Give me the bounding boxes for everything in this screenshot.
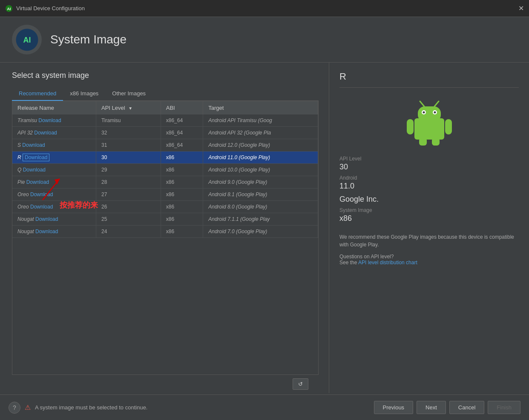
page-title: System Image — [50, 33, 126, 46]
tab-otherimages[interactable]: Other Images — [105, 87, 152, 101]
cell-abi: x86 — [161, 226, 203, 238]
cell-release-name: R Download — [12, 151, 96, 164]
table-header-row: Release Name API Level ▼ ABI Target — [12, 101, 318, 114]
download-link[interactable]: Download — [35, 229, 58, 234]
col-api-level[interactable]: API Level ▼ — [96, 101, 161, 114]
table-row[interactable]: Tiramisu DownloadTiramisux86_64Android A… — [12, 114, 318, 127]
android-section: Android 11.0 — [339, 175, 519, 191]
close-button[interactable]: ✕ — [518, 4, 524, 12]
col-abi: ABI — [161, 101, 203, 114]
system-image-value: x86 — [339, 214, 519, 223]
finish-button[interactable]: Finish — [488, 401, 520, 414]
system-image-label: System Image — [339, 207, 519, 213]
cell-release-name: Oreo Download — [12, 189, 96, 201]
panel-divider — [339, 87, 519, 88]
api-level-value: 30 — [339, 163, 519, 171]
title-bar: AI Virtual Device Configuration ✕ — [0, 0, 529, 17]
bottom-left: ? ⚠ A system image must be selected to c… — [9, 402, 147, 414]
right-panel: R API Level 30 And — [329, 63, 529, 393]
cell-target: Android API 32 (Google Pla — [203, 127, 318, 139]
tab-recommended[interactable]: Recommended — [12, 87, 63, 101]
download-link[interactable]: Download — [35, 216, 58, 222]
cell-api-level: 27 — [96, 189, 161, 201]
download-link[interactable]: Download — [22, 142, 45, 148]
error-icon: ⚠ — [25, 403, 31, 411]
cell-target: Android 11.0 (Google Play) — [203, 151, 318, 164]
main-content: Select a system image Recommended x86 Im… — [0, 63, 529, 393]
cell-target: Android 8.0 (Google Play) — [203, 201, 318, 213]
cell-release-name: Tiramisu Download — [12, 114, 96, 127]
api-link[interactable]: API level distribution chart — [358, 260, 417, 266]
vendor-value: Google Inc. — [339, 195, 519, 204]
sort-arrow-icon: ▼ — [128, 106, 132, 111]
cell-api-level: 28 — [96, 176, 161, 189]
svg-line-10 — [420, 101, 424, 106]
cell-target: Android 8.1 (Google Play) — [203, 189, 318, 201]
download-link[interactable]: Download — [34, 130, 57, 136]
table-row[interactable]: R Download30x86Android 11.0 (Google Play… — [12, 151, 318, 164]
cell-release-name: Oreo Download — [12, 201, 96, 213]
refresh-button[interactable]: ↺ — [293, 378, 308, 390]
table-row[interactable]: S Download31x86_64Android 12.0 (Google P… — [12, 139, 318, 151]
api-level-label: API Level — [339, 156, 519, 162]
cell-api-level: 31 — [96, 139, 161, 151]
cancel-button[interactable]: Cancel — [449, 401, 484, 414]
cell-api-level: 24 — [96, 226, 161, 238]
download-link[interactable]: Download — [30, 191, 53, 197]
cell-abi: x86_64 — [161, 114, 203, 127]
download-link[interactable]: Download — [23, 167, 46, 173]
api-level-section: API Level 30 — [339, 156, 519, 171]
next-button[interactable]: Next — [417, 401, 446, 414]
download-link[interactable]: Download — [30, 204, 53, 210]
svg-point-8 — [423, 111, 425, 114]
questions-text: Questions on API level? See the API leve… — [339, 254, 519, 266]
tab-bar: Recommended x86 Images Other Images — [12, 87, 319, 101]
cell-target: Android 12.0 (Google Play) — [203, 139, 318, 151]
cell-release-name: Pie Download — [12, 176, 96, 189]
right-panel-title: R — [339, 71, 519, 82]
table-row[interactable]: Pie Download28x86Android 9.0 (Google Pla… — [12, 176, 318, 189]
svg-rect-13 — [445, 119, 452, 134]
svg-rect-15 — [432, 138, 440, 146]
vendor-section: Google Inc. — [339, 194, 519, 204]
table-row[interactable]: Oreo Download26x86Android 8.0 (Google Pl… — [12, 201, 318, 213]
cell-release-name: Nougat Download — [12, 226, 96, 238]
header-area: AI System Image — [0, 17, 529, 63]
cell-abi: x86_64 — [161, 127, 203, 139]
header-logo: AI — [12, 25, 42, 54]
system-image-section: System Image x86 — [339, 207, 519, 223]
download-link[interactable]: Download — [23, 154, 49, 161]
cell-abi: x86 — [161, 201, 203, 213]
table-row[interactable]: API 32 Download32x86_64Android API 32 (G… — [12, 127, 318, 139]
tab-x86images[interactable]: x86 Images — [63, 87, 105, 101]
table-row[interactable]: Nougat Download25x86Android 7.1.1 (Googl… — [12, 213, 318, 226]
cell-release-name: S Download — [12, 139, 96, 151]
bottom-bar: ? ⚠ A system image must be selected to c… — [0, 394, 529, 420]
table-row[interactable]: Nougat Download24x86Android 7.0 (Google … — [12, 226, 318, 238]
download-link[interactable]: Download — [26, 179, 49, 185]
cell-release-name: Nougat Download — [12, 213, 96, 226]
android-robot-image — [404, 96, 455, 147]
svg-line-11 — [434, 101, 439, 106]
android-studio-icon: AI — [5, 5, 13, 12]
svg-rect-5 — [418, 106, 441, 122]
svg-point-9 — [434, 111, 436, 114]
android-studio-logo: AI — [15, 28, 39, 51]
cell-abi: x86 — [161, 151, 203, 164]
cell-api-level: 25 — [96, 213, 161, 226]
download-link[interactable]: Download — [38, 117, 61, 123]
android-label: Android — [339, 175, 519, 181]
cell-abi: x86 — [161, 189, 203, 201]
cell-abi: x86_64 — [161, 139, 203, 151]
help-button[interactable]: ? — [9, 402, 20, 414]
cell-target: Android 7.0 (Google Play) — [203, 226, 318, 238]
table-row[interactable]: Oreo Download27x86Android 8.1 (Google Pl… — [12, 189, 318, 201]
cell-abi: x86 — [161, 176, 203, 189]
title-bar-left: AI Virtual Device Configuration — [5, 5, 85, 12]
cell-api-level: 29 — [96, 164, 161, 176]
cell-api-level: 32 — [96, 127, 161, 139]
system-image-table: Release Name API Level ▼ ABI Target — [12, 101, 319, 375]
previous-button[interactable]: Previous — [374, 401, 414, 414]
table-row[interactable]: Q Download29x86Android 10.0 (Google Play… — [12, 164, 318, 176]
cell-api-level: Tiramisu — [96, 114, 161, 127]
